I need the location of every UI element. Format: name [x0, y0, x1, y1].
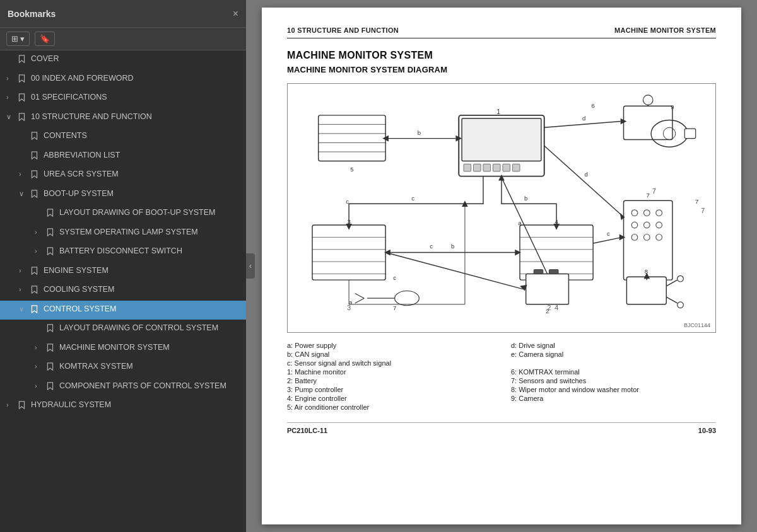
- bookmark-label: 10 STRUCTURE AND FUNCTION: [31, 112, 241, 123]
- toggle-icon: ›: [6, 400, 16, 410]
- bookmark-item-sysop[interactable]: ›SYSTEM OPERATING LAMP SYSTEM: [0, 224, 246, 243]
- bookmark-item-contents[interactable]: CONTENTS: [0, 127, 246, 147]
- bookmark-label: LAYOUT DRAWING OF CONTROL SYSTEM: [59, 323, 241, 334]
- doc-header-right: MACHINE MONITOR SYSTEM: [614, 26, 716, 34]
- svg-text:d: d: [585, 171, 588, 178]
- main-content: 10 STRUCTURE AND FUNCTION MACHINE MONITO…: [246, 0, 757, 532]
- svg-rect-7: [512, 164, 520, 171]
- svg-text:c: c: [607, 230, 610, 237]
- document-page: 10 STRUCTURE AND FUNCTION MACHINE MONITO…: [262, 8, 741, 524]
- view-options-button[interactable]: ⊞ ▾: [6, 32, 30, 46]
- bookmark-label: MACHINE MONITOR SYSTEM: [59, 342, 241, 354]
- toggle-icon: ›: [19, 285, 29, 294]
- svg-rect-6: [503, 164, 510, 171]
- svg-text:c: c: [430, 243, 433, 250]
- bookmark-icon: [30, 132, 40, 144]
- svg-text:3: 3: [347, 304, 351, 312]
- svg-text:a: a: [518, 219, 522, 226]
- svg-rect-44: [549, 270, 558, 274]
- doc-footer-page: 10-93: [698, 427, 716, 434]
- bookmark-icon: [18, 113, 28, 125]
- view-icon: ⊞: [11, 34, 18, 43]
- bookmark-item-index[interactable]: ›00 INDEX AND FOREWORD: [0, 70, 246, 90]
- legend-6: 6: KOMTRAX terminal: [511, 368, 716, 376]
- svg-text:c: c: [393, 274, 396, 281]
- toggle-icon: ›: [35, 246, 45, 256]
- legend-c: c: Sensor signal and switch signal: [287, 359, 492, 367]
- svg-rect-2: [464, 164, 471, 171]
- sidebar-header: Bookmarks ×: [0, 0, 246, 28]
- bookmark-icon: [30, 190, 40, 202]
- bookmark-icon: 🔖: [40, 34, 50, 43]
- bookmark-item-battery[interactable]: ›BATTERY DISCONNECT SWITCH: [0, 243, 246, 262]
- bookmark-label: 00 INDEX AND FOREWORD: [31, 73, 241, 84]
- bookmark-label: LAYOUT DRAWING OF BOOT-UP SYSTEM: [59, 207, 241, 219]
- svg-line-60: [666, 297, 677, 303]
- svg-line-93: [355, 298, 365, 303]
- bookmark-icon: [46, 247, 56, 259]
- bookmark-label: HYDRAULIC SYSTEM: [31, 400, 241, 411]
- bookmark-item-component-parts[interactable]: ›COMPONENT PARTS OF CONTROL SYSTEM: [0, 378, 246, 397]
- legend-d: d: Drive signal: [511, 342, 716, 349]
- svg-rect-57: [626, 277, 666, 304]
- bookmark-item-layout-bootup[interactable]: LAYOUT DRAWING OF BOOT-UP SYSTEM: [0, 204, 246, 224]
- bookmark-item-urea[interactable]: ›UREA SCR SYSTEM: [0, 166, 246, 185]
- toggle-icon: ›: [35, 228, 45, 237]
- chevron-down-icon: ▾: [20, 34, 25, 43]
- svg-rect-3: [473, 164, 481, 171]
- diagram-box: 1 5 b 9 d: [287, 83, 716, 333]
- svg-line-92: [355, 293, 365, 298]
- bookmark-icon: [46, 382, 56, 394]
- svg-text:b: b: [524, 195, 527, 202]
- bookmark-item-structure[interactable]: ∨10 STRUCTURE AND FUNCTION: [0, 108, 246, 128]
- bookmark-label: COOLING SYSTEM: [44, 284, 241, 296]
- legend-2: 2: Battery: [287, 377, 492, 385]
- legend-left: a: Power supply b: CAN signal c: Sensor …: [287, 342, 492, 412]
- legend-3: 3: Pump controller: [287, 386, 492, 393]
- bookmark-item-komtrax[interactable]: ›KOMTRAX SYSTEM: [0, 358, 246, 378]
- bookmark-item-cooling[interactable]: ›COOLING SYSTEM: [0, 281, 246, 301]
- svg-text:7: 7: [652, 187, 656, 195]
- bookmark-item-specs[interactable]: ›01 SPECIFICATIONS: [0, 89, 246, 108]
- svg-rect-9: [319, 115, 385, 161]
- diagram-svg: 1 5 b 9 d: [294, 90, 709, 323]
- bookmark-label: ENGINE SYSTEM: [44, 265, 241, 277]
- svg-text:7: 7: [393, 305, 396, 312]
- bookmark-icon: [46, 344, 56, 356]
- svg-line-68: [385, 253, 523, 289]
- sidebar-content: COVER›00 INDEX AND FOREWORD›01 SPECIFICA…: [0, 50, 246, 532]
- doc-subtitle: MACHINE MONITOR SYSTEM DIAGRAM: [287, 65, 716, 74]
- bookmark-item-abbrev[interactable]: ABBREVIATION LIST: [0, 147, 246, 166]
- bookmark-item-engine[interactable]: ›ENGINE SYSTEM: [0, 262, 246, 282]
- legend-a: a: Power supply: [287, 342, 492, 349]
- bookmark-item-hydraulic[interactable]: ›HYDRAULIC SYSTEM: [0, 396, 246, 416]
- svg-rect-28: [684, 129, 695, 138]
- toggle-icon: ∨: [19, 304, 29, 314]
- bookmark-label: COVER: [31, 54, 241, 65]
- svg-rect-42: [526, 274, 569, 304]
- svg-text:1: 1: [496, 108, 500, 115]
- collapse-sidebar-handle[interactable]: ‹: [246, 253, 255, 279]
- toggle-icon: ›: [19, 266, 29, 275]
- bookmark-item-bootup[interactable]: ∨BOOT-UP SYSTEM: [0, 185, 246, 205]
- bookmark-item-control[interactable]: ∨CONTROL SYSTEM: [0, 301, 246, 320]
- bookmark-item-machine-monitor[interactable]: ›MACHINE MONITOR SYSTEM: [0, 339, 246, 359]
- bookmark-icon-button[interactable]: 🔖: [35, 32, 55, 46]
- svg-text:6: 6: [591, 102, 594, 109]
- svg-text:c: c: [411, 195, 414, 202]
- close-icon[interactable]: ×: [233, 9, 238, 19]
- legend-b: b: CAN signal: [287, 350, 492, 358]
- svg-text:7: 7: [695, 198, 698, 205]
- svg-line-58: [666, 280, 677, 286]
- legend-4: 4: Engine controller: [287, 395, 492, 402]
- bookmark-item-layout-control[interactable]: LAYOUT DRAWING OF CONTROL SYSTEM: [0, 320, 246, 339]
- bookmark-icon: [18, 55, 28, 67]
- bookmark-icon: [18, 74, 28, 86]
- svg-text:b: b: [418, 129, 421, 136]
- bookmark-icon: [46, 324, 56, 336]
- bookmark-label: BOOT-UP SYSTEM: [44, 188, 241, 200]
- toggle-icon: ›: [35, 343, 45, 352]
- svg-text:c: c: [346, 198, 349, 205]
- legend-9: 9: Camera: [511, 395, 716, 402]
- bookmark-item-cover[interactable]: COVER: [0, 50, 246, 70]
